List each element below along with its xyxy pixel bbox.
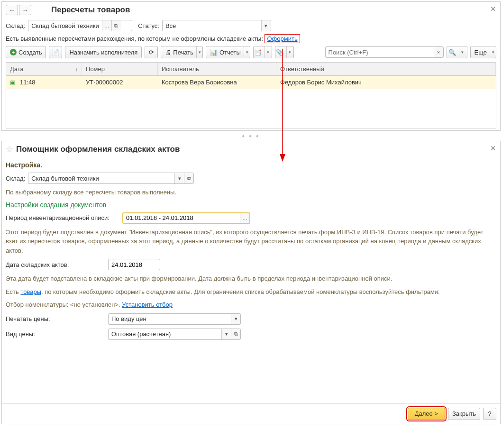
dropdown-icon[interactable]: ▾ [231,314,240,324]
period-input[interactable]: … [122,212,250,224]
copy-button[interactable]: 📄 [49,46,62,58]
search-input-group[interactable]: × [325,46,444,58]
period-label: Период инвентаризационной описи: [6,214,119,221]
table-row[interactable]: ▣11:48 УТ-00000002 Кострова Вера Борисов… [6,76,496,89]
table-body: ▣11:48 УТ-00000002 Кострова Вера Борисов… [6,76,496,128]
open-icon[interactable]: ⧉ [184,173,193,183]
print-prices-select[interactable]: По виду цен ▾ [108,313,241,325]
splitter[interactable]: ● ● ● [0,132,502,139]
printer-icon: 🖨 [165,49,171,56]
acts-date-label: Дата складских актов: [6,261,105,268]
create-button[interactable]: + Создать [6,46,46,58]
col-executor[interactable]: Исполнитель [158,63,276,75]
caret-down-icon[interactable]: ▾ [196,46,201,58]
caret-down-icon[interactable]: ▾ [244,46,248,58]
status-label: Статус: [138,22,159,29]
warehouse-select[interactable]: Склад бытовой техники … ⧉ [28,20,132,31]
assign-button[interactable]: Назначить исполнителя [65,46,142,58]
cell-executor: Кострова Вера Борисовна [158,76,276,89]
print-button[interactable]: 🖨 Печать ▾ [161,46,203,58]
info-text: Есть выявленные пересчетами расхождения,… [6,35,263,42]
attach-button[interactable]: 📎▾ [275,46,294,58]
doc-settings-heading: Настройки создания документов [2,199,500,210]
recounts-table: Дата ↓ Номер Исполнитель Ответственный ▣… [6,62,496,128]
reports-button[interactable]: 📊 Отчеты ▾ [206,46,250,58]
status-value: Все [163,20,261,31]
open-icon[interactable]: ⧉ [111,20,121,31]
setup-heading: Настройка. [2,157,500,171]
close-icon[interactable]: ✕ [490,5,496,13]
document-icon: ▣ [10,79,15,86]
report-icon: 📊 [210,49,218,56]
close-button[interactable]: Закрыть [448,408,480,420]
ellipsis-icon[interactable]: … [240,213,249,223]
sort-icon: ↓ [75,66,78,72]
clear-icon[interactable]: × [434,47,443,57]
plus-icon: + [10,49,17,55]
bottom-bar: Далее > Закрыть ? [2,403,500,424]
back-button[interactable]: ← [6,5,18,15]
search-button[interactable]: 🔍▾ [447,46,467,58]
recounts-pane: ← → Пересчеты товаров ✕ Склад: Склад быт… [1,1,501,131]
next-button[interactable]: Далее > [408,408,445,420]
filter-row: Склад: Склад бытовой техники … ⧉ Статус:… [2,18,500,33]
search-input[interactable] [326,47,434,57]
warehouse-select[interactable]: Склад бытовой техники ▾ ⧉ [28,173,194,184]
filter-row: Отбор номенклатуры: <не установлен>. Уст… [2,298,500,311]
cell-responsible: Федоров Борис Михайлович [276,76,496,89]
warehouse-row: Склад: Склад бытовой техники ▾ ⧉ [2,171,500,186]
col-number[interactable]: Номер [82,63,158,75]
favorite-icon[interactable]: ☆ [6,144,13,155]
close-icon[interactable]: ✕ [490,144,496,153]
period-hint: Этот период будет подставлен в документ … [2,226,500,257]
info-row: Есть выявленные пересчетами расхождения,… [2,33,500,44]
warehouse-label: Склад: [6,175,25,182]
print-prices-value: По виду цен [109,314,231,324]
period-value[interactable] [123,213,240,223]
acts-date-input[interactable]: 📅 [108,259,160,270]
refresh-button[interactable]: ⟳ [145,46,158,58]
cell-number: УТ-00000002 [82,76,158,89]
dropdown-icon[interactable]: ▾ [174,173,184,183]
wizard-title: Помощник оформления складских актов [16,145,180,154]
ellipsis-icon[interactable]: … [102,20,111,31]
goods-row: Есть товары, по которым необходимо оформ… [2,285,500,299]
warehouse-value: Склад бытовой техники [28,173,174,183]
print-prices-label: Печатать цены: [6,315,105,322]
toolbar: + Создать 📄 Назначить исполнителя ⟳ 🖨 Пе… [2,44,500,60]
wizard-titlebar: ☆ Помощник оформления складских актов ✕ [2,141,500,157]
set-filter-link[interactable]: Установить отбор [122,301,173,308]
warehouse-value: Склад бытовой техники [28,20,102,31]
cell-time: 11:48 [20,79,36,86]
status-select[interactable]: Все ▾ [162,20,271,31]
more-button[interactable]: Еще ▾ [470,46,496,58]
acts-date-value[interactable] [109,259,160,270]
dropdown-icon[interactable]: ▾ [221,329,231,339]
forward-button[interactable]: → [19,5,31,15]
goods-link[interactable]: товары [20,288,41,295]
caret-down-icon[interactable]: ▾ [490,46,494,58]
titlebar: ← → Пересчеты товаров ✕ [2,2,500,18]
table-header: Дата ↓ Номер Исполнитель Ответственный [6,63,496,76]
filter-label: Отбор номенклатуры: <не установлен>. [6,301,120,308]
open-icon[interactable]: ⧉ [231,329,240,339]
help-button[interactable]: ? [483,408,496,420]
warehouse-label: Склад: [6,22,25,29]
acts-date-row: Дата складских актов: 📅 [2,257,500,272]
acts-date-hint: Эта дата будет подставлена в складские а… [2,272,500,285]
dropdown-icon[interactable]: ▾ [261,20,271,31]
price-type-select[interactable]: Оптовая (расчетная) ▾ ⧉ [108,329,241,340]
format-link[interactable]: Оформить [265,34,300,43]
warehouse-status: По выбранному складу все пересчеты товар… [2,186,500,199]
col-date[interactable]: Дата ↓ [6,63,82,75]
print-prices-row: Печатать цены: По виду цен ▾ [2,311,500,327]
wizard-pane: ☆ Помощник оформления складских актов ✕ … [1,141,501,424]
price-type-value: Оптовая (расчетная) [109,329,221,339]
edi-button[interactable]: 📑▾ [253,46,272,58]
page-title: Пересчеты товаров [51,5,130,15]
period-row: Период инвентаризационной описи: … [2,210,500,226]
price-type-label: Вид цены: [6,330,105,338]
price-type-row: Вид цены: Оптовая (расчетная) ▾ ⧉ [2,327,500,342]
col-responsible[interactable]: Ответственный [276,63,496,75]
